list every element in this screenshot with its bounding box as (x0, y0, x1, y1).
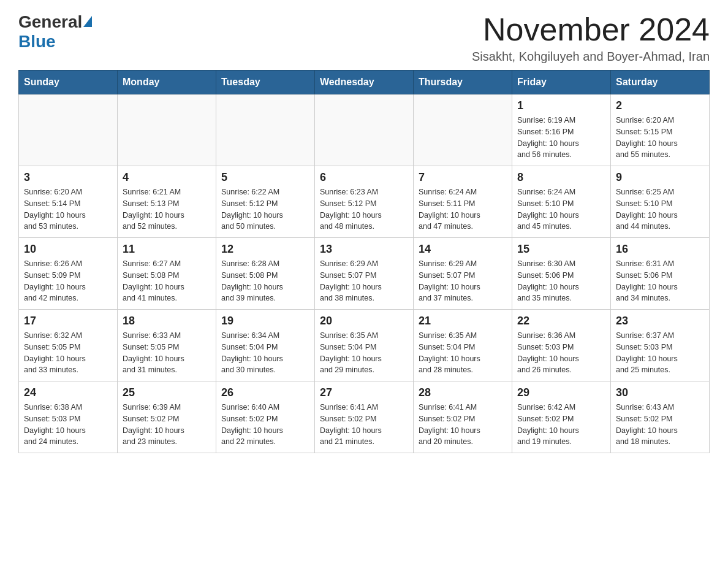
calendar-cell: 17Sunrise: 6:32 AMSunset: 5:05 PMDayligh… (19, 310, 118, 381)
calendar-cell: 27Sunrise: 6:41 AMSunset: 5:02 PMDayligh… (315, 381, 414, 453)
calendar-cell: 12Sunrise: 6:28 AMSunset: 5:08 PMDayligh… (216, 238, 315, 310)
calendar-cell: 18Sunrise: 6:33 AMSunset: 5:05 PMDayligh… (118, 310, 216, 381)
day-info: Sunrise: 6:30 AMSunset: 5:06 PMDaylight:… (517, 258, 605, 304)
day-info: Sunrise: 6:26 AMSunset: 5:09 PMDaylight:… (24, 258, 112, 304)
day-number: 11 (123, 243, 211, 256)
calendar-week-1: 1Sunrise: 6:19 AMSunset: 5:16 PMDaylight… (19, 94, 710, 166)
calendar-cell (216, 94, 315, 166)
calendar-week-5: 24Sunrise: 6:38 AMSunset: 5:03 PMDayligh… (19, 381, 710, 453)
calendar-header-wednesday: Wednesday (315, 71, 414, 94)
day-number: 16 (616, 243, 704, 256)
day-number: 20 (320, 315, 408, 327)
calendar-cell (414, 94, 512, 166)
day-number: 21 (419, 315, 507, 327)
calendar-cell: 14Sunrise: 6:29 AMSunset: 5:07 PMDayligh… (414, 238, 512, 310)
calendar-cell: 23Sunrise: 6:37 AMSunset: 5:03 PMDayligh… (611, 310, 710, 381)
day-info: Sunrise: 6:37 AMSunset: 5:03 PMDaylight:… (616, 330, 704, 376)
day-number: 2 (616, 99, 704, 112)
logo: General Blue (18, 12, 92, 52)
calendar-cell: 22Sunrise: 6:36 AMSunset: 5:03 PMDayligh… (512, 310, 611, 381)
day-info: Sunrise: 6:35 AMSunset: 5:04 PMDaylight:… (419, 330, 507, 376)
calendar-cell: 13Sunrise: 6:29 AMSunset: 5:07 PMDayligh… (315, 238, 414, 310)
day-info: Sunrise: 6:22 AMSunset: 5:12 PMDaylight:… (221, 186, 309, 232)
day-info: Sunrise: 6:39 AMSunset: 5:02 PMDaylight:… (123, 402, 211, 448)
day-number: 1 (517, 99, 605, 112)
day-number: 26 (221, 386, 309, 399)
day-info: Sunrise: 6:41 AMSunset: 5:02 PMDaylight:… (419, 402, 507, 448)
day-number: 8 (517, 171, 605, 184)
calendar-cell (315, 94, 414, 166)
day-info: Sunrise: 6:40 AMSunset: 5:02 PMDaylight:… (221, 402, 309, 448)
calendar-cell: 25Sunrise: 6:39 AMSunset: 5:02 PMDayligh… (118, 381, 216, 453)
calendar-cell: 1Sunrise: 6:19 AMSunset: 5:16 PMDaylight… (512, 94, 611, 166)
day-number: 14 (419, 243, 507, 256)
day-info: Sunrise: 6:29 AMSunset: 5:07 PMDaylight:… (320, 258, 408, 304)
calendar-cell: 29Sunrise: 6:42 AMSunset: 5:02 PMDayligh… (512, 381, 611, 453)
logo-general-text: General (18, 12, 82, 32)
day-number: 6 (320, 171, 408, 184)
calendar-table: SundayMondayTuesdayWednesdayThursdayFrid… (18, 70, 710, 453)
day-info: Sunrise: 6:23 AMSunset: 5:12 PMDaylight:… (320, 186, 408, 232)
day-info: Sunrise: 6:19 AMSunset: 5:16 PMDaylight:… (517, 115, 605, 161)
calendar-cell: 19Sunrise: 6:34 AMSunset: 5:04 PMDayligh… (216, 310, 315, 381)
day-info: Sunrise: 6:25 AMSunset: 5:10 PMDaylight:… (616, 186, 704, 232)
day-number: 17 (24, 315, 112, 327)
month-title: November 2024 (472, 12, 710, 47)
day-number: 29 (517, 386, 605, 399)
calendar-cell: 16Sunrise: 6:31 AMSunset: 5:06 PMDayligh… (611, 238, 710, 310)
day-info: Sunrise: 6:42 AMSunset: 5:02 PMDaylight:… (517, 402, 605, 448)
day-info: Sunrise: 6:20 AMSunset: 5:14 PMDaylight:… (24, 186, 112, 232)
day-info: Sunrise: 6:24 AMSunset: 5:11 PMDaylight:… (419, 186, 507, 232)
logo-general: General (18, 12, 92, 32)
calendar-cell: 24Sunrise: 6:38 AMSunset: 5:03 PMDayligh… (19, 381, 118, 453)
calendar-header-thursday: Thursday (414, 71, 512, 94)
calendar-cell: 6Sunrise: 6:23 AMSunset: 5:12 PMDaylight… (315, 166, 414, 238)
day-info: Sunrise: 6:27 AMSunset: 5:08 PMDaylight:… (123, 258, 211, 304)
calendar-header-sunday: Sunday (19, 71, 118, 94)
calendar-header-monday: Monday (118, 71, 216, 94)
day-number: 24 (24, 386, 112, 399)
day-info: Sunrise: 6:36 AMSunset: 5:03 PMDaylight:… (517, 330, 605, 376)
day-info: Sunrise: 6:33 AMSunset: 5:05 PMDaylight:… (123, 330, 211, 376)
day-number: 13 (320, 243, 408, 256)
calendar-cell: 21Sunrise: 6:35 AMSunset: 5:04 PMDayligh… (414, 310, 512, 381)
calendar-header-friday: Friday (512, 71, 611, 94)
calendar-week-4: 17Sunrise: 6:32 AMSunset: 5:05 PMDayligh… (19, 310, 710, 381)
calendar-cell: 8Sunrise: 6:24 AMSunset: 5:10 PMDaylight… (512, 166, 611, 238)
day-number: 3 (24, 171, 112, 184)
calendar-header-row: SundayMondayTuesdayWednesdayThursdayFrid… (19, 71, 710, 94)
day-info: Sunrise: 6:24 AMSunset: 5:10 PMDaylight:… (517, 186, 605, 232)
page-header: General Blue November 2024 Sisakht, Kohg… (18, 12, 710, 64)
day-number: 10 (24, 243, 112, 256)
title-area: November 2024 Sisakht, Kohgiluyeh and Bo… (472, 12, 710, 64)
day-info: Sunrise: 6:28 AMSunset: 5:08 PMDaylight:… (221, 258, 309, 304)
calendar-cell: 5Sunrise: 6:22 AMSunset: 5:12 PMDaylight… (216, 166, 315, 238)
day-info: Sunrise: 6:34 AMSunset: 5:04 PMDaylight:… (221, 330, 309, 376)
calendar-cell: 30Sunrise: 6:43 AMSunset: 5:02 PMDayligh… (611, 381, 710, 453)
logo-blue-text: Blue (18, 32, 56, 52)
day-info: Sunrise: 6:43 AMSunset: 5:02 PMDaylight:… (616, 402, 704, 448)
calendar-cell: 4Sunrise: 6:21 AMSunset: 5:13 PMDaylight… (118, 166, 216, 238)
day-info: Sunrise: 6:32 AMSunset: 5:05 PMDaylight:… (24, 330, 112, 376)
calendar-week-2: 3Sunrise: 6:20 AMSunset: 5:14 PMDaylight… (19, 166, 710, 238)
day-number: 18 (123, 315, 211, 327)
day-number: 4 (123, 171, 211, 184)
calendar-cell: 26Sunrise: 6:40 AMSunset: 5:02 PMDayligh… (216, 381, 315, 453)
calendar-cell (118, 94, 216, 166)
day-info: Sunrise: 6:41 AMSunset: 5:02 PMDaylight:… (320, 402, 408, 448)
calendar-cell (19, 94, 118, 166)
day-info: Sunrise: 6:21 AMSunset: 5:13 PMDaylight:… (123, 186, 211, 232)
day-number: 28 (419, 386, 507, 399)
day-info: Sunrise: 6:31 AMSunset: 5:06 PMDaylight:… (616, 258, 704, 304)
logo-triangle-icon (83, 16, 92, 27)
day-number: 9 (616, 171, 704, 184)
day-number: 22 (517, 315, 605, 327)
day-number: 27 (320, 386, 408, 399)
calendar-week-3: 10Sunrise: 6:26 AMSunset: 5:09 PMDayligh… (19, 238, 710, 310)
day-number: 15 (517, 243, 605, 256)
calendar-cell: 11Sunrise: 6:27 AMSunset: 5:08 PMDayligh… (118, 238, 216, 310)
calendar-cell: 15Sunrise: 6:30 AMSunset: 5:06 PMDayligh… (512, 238, 611, 310)
day-info: Sunrise: 6:29 AMSunset: 5:07 PMDaylight:… (419, 258, 507, 304)
calendar-cell: 2Sunrise: 6:20 AMSunset: 5:15 PMDaylight… (611, 94, 710, 166)
day-number: 25 (123, 386, 211, 399)
